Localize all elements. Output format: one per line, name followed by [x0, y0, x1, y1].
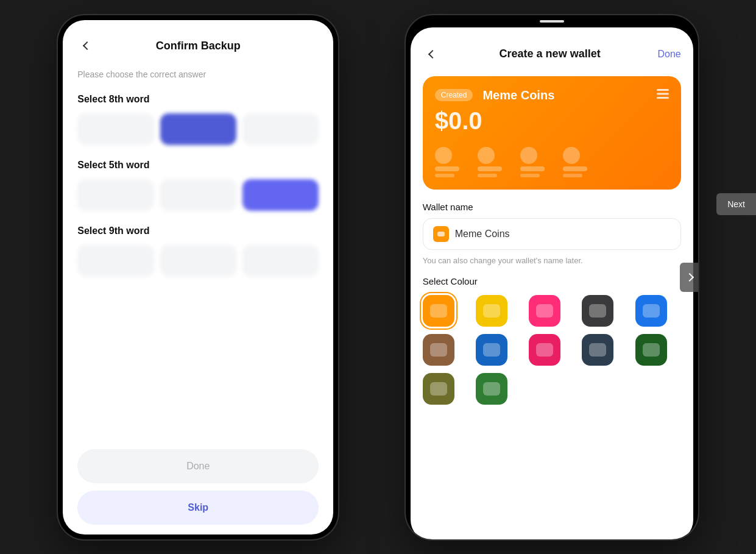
token-text-1: [435, 166, 459, 171]
word-label-9: Select 9th word: [77, 226, 319, 236]
swatch-icon-dark-green: [643, 343, 660, 357]
token-subtext-4: [563, 174, 582, 177]
colour-swatch-slate[interactable]: [582, 334, 613, 366]
done-button-left[interactable]: Done: [77, 449, 319, 483]
token-subtext-3: [520, 174, 540, 177]
done-link[interactable]: Done: [657, 49, 680, 60]
word-option-9-2[interactable]: [160, 245, 236, 277]
swatch-icon-dark: [589, 304, 606, 318]
back-button[interactable]: [77, 36, 97, 55]
colour-grid: [423, 295, 681, 405]
word-option-8-2[interactable]: [160, 113, 236, 145]
word-option-5-3[interactable]: [242, 179, 319, 211]
word-section-9: Select 9th word: [77, 226, 319, 277]
token-text-2: [478, 166, 502, 171]
wallet-card-header: Created Meme Coins: [435, 88, 669, 102]
left-phone: Confirm Backup Please choose the correct…: [58, 15, 338, 539]
svg-rect-1: [657, 93, 669, 95]
word-option-8-1[interactable]: [77, 113, 154, 145]
token-text-4: [563, 166, 587, 171]
word-option-9-1[interactable]: [77, 245, 154, 277]
word-label-8: Select 8th word: [77, 94, 319, 105]
left-screen: Confirm Backup Please choose the correct…: [63, 20, 333, 534]
swatch-icon-brown: [430, 343, 447, 357]
token-dot-4: [563, 147, 580, 164]
colour-swatch-brown[interactable]: [423, 334, 454, 366]
swatch-icon-red-pink: [536, 343, 553, 357]
colour-label: Select Colour: [423, 276, 681, 286]
token-dot-1: [435, 147, 452, 164]
svg-rect-2: [657, 97, 669, 99]
scene: Confirm Backup Please choose the correct…: [0, 0, 756, 554]
right-title: Create a new wallet: [500, 48, 601, 60]
token-subtext-1: [435, 174, 454, 177]
swatch-icon-dark-blue: [483, 343, 500, 357]
colour-swatch-blue[interactable]: [635, 295, 667, 327]
colour-swatch-yellow[interactable]: [476, 295, 507, 327]
word-option-5-2[interactable]: [160, 179, 236, 211]
token-subtext-2: [478, 174, 497, 177]
wallet-name-label: Wallet name: [423, 202, 681, 212]
wallet-name-value: Meme Coins: [455, 229, 510, 240]
svg-rect-0: [657, 89, 669, 91]
right-phone: Create a new wallet Done Created Meme Co…: [406, 15, 698, 539]
colour-swatch-pink[interactable]: [529, 295, 560, 327]
drag-handle: [540, 20, 564, 23]
swatch-icon-orange: [430, 304, 447, 318]
token-text-3: [520, 166, 545, 171]
next-button[interactable]: Next: [716, 193, 756, 215]
left-title: Confirm Backup: [156, 40, 241, 52]
token-item-4: [563, 147, 587, 177]
swatch-icon-pink: [536, 304, 553, 318]
right-screen: Create a new wallet Done Created Meme Co…: [411, 27, 693, 539]
colour-swatch-dark[interactable]: [582, 295, 613, 327]
swatch-icon-olive: [430, 382, 447, 396]
word-option-8-3[interactable]: [242, 113, 319, 145]
nav-chevron[interactable]: [680, 263, 698, 292]
word-section-8: Select 8th word: [77, 94, 319, 145]
right-back-button[interactable]: [423, 44, 442, 64]
token-item-2: [478, 147, 502, 177]
left-subtitle: Please choose the correct answer: [77, 69, 319, 79]
wallet-icon-small: [433, 226, 449, 242]
swatch-icon-yellow: [483, 304, 500, 318]
word-label-5: Select 5th word: [77, 160, 319, 171]
colour-swatch-orange[interactable]: [423, 295, 454, 327]
chevron-right-icon: [685, 272, 694, 281]
right-back-chevron-icon: [428, 49, 437, 58]
card-menu-icon[interactable]: [657, 89, 669, 101]
wallet-card: Created Meme Coins $0.0: [423, 76, 681, 190]
back-chevron-icon: [83, 41, 91, 50]
wallet-tokens-row: [435, 147, 669, 177]
colour-swatch-olive[interactable]: [423, 373, 454, 405]
word-section-5: Select 5th word: [77, 160, 319, 211]
word-options-9: [77, 245, 319, 277]
wallet-name-input-container[interactable]: Meme Coins: [423, 218, 681, 250]
token-item-1: [435, 147, 459, 177]
word-options-8: [77, 113, 319, 145]
swatch-icon-slate: [589, 343, 606, 357]
token-dot-2: [478, 147, 495, 164]
colour-swatch-dark-blue[interactable]: [476, 334, 507, 366]
word-options-5: [77, 179, 319, 211]
token-dot-3: [520, 147, 537, 164]
swatch-icon-blue: [643, 304, 660, 318]
token-item-3: [520, 147, 545, 177]
swatch-icon-green: [483, 382, 500, 396]
wallet-balance: $0.0: [435, 107, 669, 135]
colour-swatch-red-pink[interactable]: [529, 334, 560, 366]
word-option-9-3[interactable]: [242, 245, 319, 277]
word-option-5-1[interactable]: [77, 179, 154, 211]
wallet-card-name: Meme Coins: [482, 88, 554, 102]
right-header: Create a new wallet Done: [423, 44, 681, 64]
wallet-name-hint: You can also change your wallet's name l…: [423, 256, 681, 265]
skip-button[interactable]: Skip: [77, 491, 319, 525]
colour-swatch-dark-green[interactable]: [635, 334, 667, 366]
left-header: Confirm Backup: [77, 40, 319, 52]
created-badge: Created: [435, 89, 473, 101]
colour-swatch-green[interactable]: [476, 373, 507, 405]
